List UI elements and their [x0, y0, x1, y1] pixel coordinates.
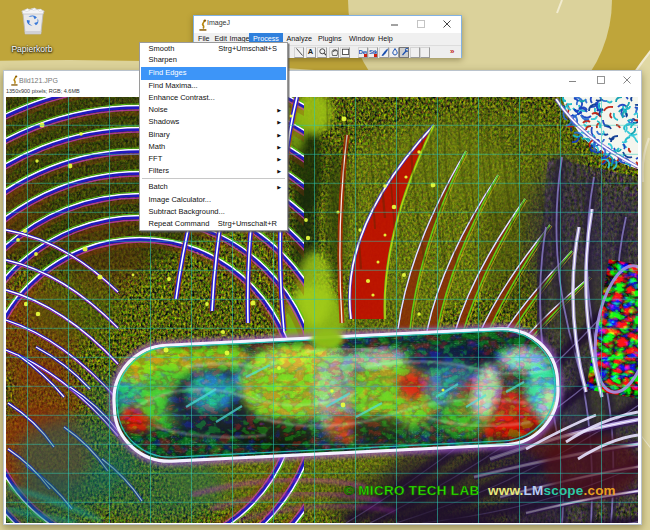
svg-text:www.LMscope.com: www.LMscope.com	[487, 483, 616, 498]
svg-text:© MICRO TECH LAB: © MICRO TECH LAB	[344, 483, 480, 498]
